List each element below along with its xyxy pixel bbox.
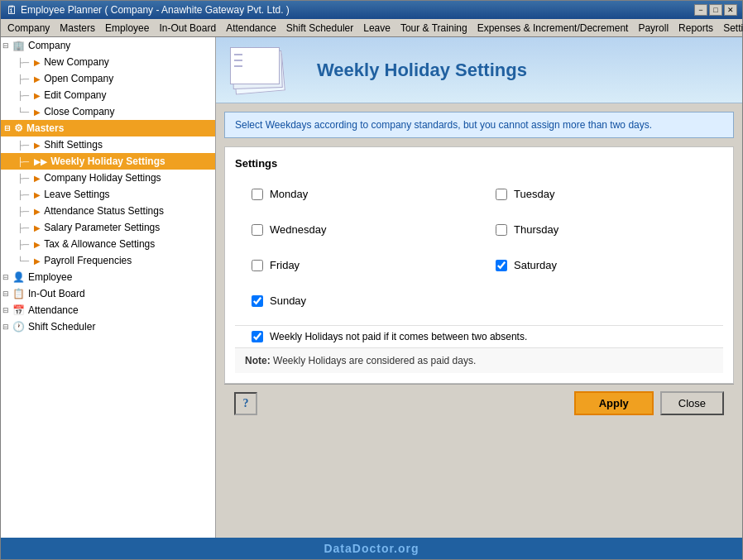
sidebar-root-attendance[interactable]: ⊟ 📅 Attendance — [1, 302, 215, 318]
arrow-icon: ▶ — [34, 256, 41, 266]
status-bar: DataDoctor.org — [1, 538, 742, 559]
sidebar-attendance-label: Attendance — [28, 304, 79, 316]
unpaid-note-row: Weekly Holidays not paid if it comes bet… — [235, 325, 723, 347]
arrow-icon: ▶ — [34, 108, 41, 117]
menu-company[interactable]: Company — [2, 21, 55, 36]
close-window-button[interactable]: ✕ — [724, 4, 737, 16]
checkbox-row-saturday: Saturday — [496, 254, 707, 276]
menu-tour-training[interactable]: Tour & Training — [395, 21, 472, 36]
monday-label[interactable]: Monday — [270, 188, 308, 200]
sidebar-item-salary-parameter-settings[interactable]: ├─ ▶ Salary Parameter Settings — [1, 219, 215, 236]
friday-label[interactable]: Friday — [270, 259, 300, 271]
wednesday-checkbox[interactable] — [252, 224, 263, 236]
arrow-icon: ▶ — [34, 240, 41, 249]
status-text1: Data — [324, 542, 352, 555]
unpaid-note-checkbox[interactable] — [252, 331, 263, 342]
sidebar-label-new-company: New Company — [44, 56, 109, 68]
sidebar-item-edit-company[interactable]: ├─ ▶ Edit Company — [1, 87, 215, 103]
info-box: Select Weekdays according to company sta… — [224, 112, 734, 138]
minimize-button[interactable]: − — [694, 4, 707, 16]
sidebar-item-weekly-holiday-settings[interactable]: ├─ ▶▶ Weekly Holiday Settings — [1, 153, 215, 170]
sidebar-item-tax-allowance-settings[interactable]: ├─ ▶ Tax & Allowance Settings — [1, 236, 215, 252]
apply-button[interactable]: Apply — [574, 391, 654, 415]
sidebar-masters-header[interactable]: ⊟ ⚙ Masters — [1, 120, 215, 136]
app-icon: 🗓 — [6, 3, 17, 17]
masters-icon: ⚙ — [14, 122, 23, 134]
sidebar-root-shift-scheduler[interactable]: ⊟ 🕐 Shift Scheduler — [1, 318, 215, 335]
tuesday-label[interactable]: Tuesday — [514, 188, 554, 200]
sidebar-item-attendance-status-settings[interactable]: ├─ ▶ Attendance Status Settings — [1, 203, 215, 219]
menu-expenses[interactable]: Expenses & Increment/Decrement — [472, 21, 634, 36]
expand-icon: ⊟ — [2, 41, 9, 50]
arrow-icon: ▶ — [34, 223, 41, 232]
note-bold: Note: — [245, 355, 271, 366]
monday-checkbox[interactable] — [252, 189, 263, 200]
sidebar-item-leave-settings[interactable]: ├─ ▶ Leave Settings — [1, 186, 215, 203]
tree-line: ├─ — [17, 157, 29, 166]
sidebar-item-company-holiday-settings[interactable]: ├─ ▶ Company Holiday Settings — [1, 170, 215, 186]
menu-reports[interactable]: Reports — [673, 21, 718, 36]
sidebar-shift-scheduler-label: Shift Scheduler — [28, 321, 95, 333]
tuesday-checkbox[interactable] — [496, 189, 507, 200]
sidebar-item-close-company[interactable]: └─ ▶ Close Company — [1, 103, 215, 120]
menu-leave[interactable]: Leave — [358, 21, 395, 36]
company-icon: 🏢 — [12, 40, 25, 51]
unpaid-note-label[interactable]: Weekly Holidays not paid if it comes bet… — [270, 331, 527, 342]
checkbox-row-sunday: Sunday — [252, 290, 707, 312]
expand-icon: ⊟ — [4, 124, 11, 132]
friday-checkbox[interactable] — [252, 260, 263, 271]
arrow-icon: ▶ — [34, 74, 41, 84]
menu-in-out-board[interactable]: In-Out Board — [154, 21, 221, 36]
menu-settings[interactable]: Settings — [718, 21, 743, 36]
help-button[interactable]: ? — [234, 392, 257, 415]
sidebar-item-open-company[interactable]: ├─ ▶ Open Company — [1, 70, 215, 87]
sidebar-masters-label: Masters — [26, 122, 64, 134]
sidebar-item-new-company[interactable]: ├─ ▶ New Company — [1, 54, 215, 70]
sidebar-company-label: Company — [28, 40, 70, 51]
saturday-label[interactable]: Saturday — [514, 259, 557, 271]
tree-line: ├─ — [17, 207, 29, 216]
sunday-row-container: Sunday — [235, 290, 723, 322]
saturday-checkbox[interactable] — [496, 260, 507, 271]
checkbox-row-wednesday: Wednesday — [252, 218, 463, 241]
sidebar: ⊟ 🏢 Company ├─ ▶ New Company ├─ ▶ Open C… — [1, 37, 216, 538]
sidebar-root-in-out-board[interactable]: ⊟ 📋 In-Out Board — [1, 285, 215, 302]
checkboxes-grid: Monday Tuesday Wednesday — [235, 183, 723, 276]
thursday-label[interactable]: Thursday — [514, 223, 558, 236]
sidebar-label-payroll-frequencies: Payroll Frequencies — [44, 255, 132, 266]
menu-attendance[interactable]: Attendance — [221, 21, 281, 36]
arrow-icon: ▶ — [34, 141, 41, 150]
arrow-icon: ▶ — [34, 207, 41, 216]
tree-line: ├─ — [17, 190, 29, 199]
tree-line: ├─ — [17, 141, 29, 150]
sidebar-label-weekly-holiday: Weekly Holiday Settings — [50, 156, 165, 167]
tree-line: ├─ — [17, 174, 29, 183]
close-button[interactable]: Close — [660, 391, 724, 415]
thursday-checkbox[interactable] — [496, 224, 507, 236]
expand-icon: ⊟ — [2, 273, 9, 281]
menu-masters[interactable]: Masters — [55, 21, 100, 36]
sidebar-root-employee[interactable]: ⊟ 👤 Employee — [1, 269, 215, 285]
shift-scheduler-icon: 🕐 — [12, 321, 25, 333]
employee-icon: 👤 — [12, 271, 25, 283]
sunday-label[interactable]: Sunday — [270, 294, 306, 307]
main-panel: Select Weekdays according to company sta… — [216, 103, 742, 538]
menu-shift-scheduler[interactable]: Shift Scheduler — [281, 21, 358, 36]
sidebar-label-salary-parameter: Salary Parameter Settings — [44, 222, 160, 233]
maximize-button[interactable]: □ — [709, 4, 722, 16]
sidebar-root-company[interactable]: ⊟ 🏢 Company — [1, 37, 215, 54]
sidebar-section-attendance: ⊟ 📅 Attendance — [1, 302, 215, 318]
sidebar-section-company: ⊟ 🏢 Company ├─ ▶ New Company ├─ ▶ Open C… — [1, 37, 215, 120]
menu-employee[interactable]: Employee — [100, 21, 154, 36]
sidebar-item-payroll-frequencies[interactable]: └─ ▶ Payroll Frequencies — [1, 252, 215, 269]
wednesday-label[interactable]: Wednesday — [270, 223, 326, 236]
menu-payroll[interactable]: Payroll — [633, 21, 673, 36]
sidebar-section-in-out-board: ⊟ 📋 In-Out Board — [1, 285, 215, 302]
tree-line: ├─ — [17, 74, 29, 84]
settings-label: Settings — [235, 157, 723, 170]
tree-line: └─ — [17, 108, 29, 117]
title-bar: 🗓 Employee Planner ( Company - Anawhite … — [1, 1, 742, 19]
note-detail: Weekly Holidays are considered as paid d… — [273, 355, 476, 366]
sidebar-item-shift-settings[interactable]: ├─ ▶ Shift Settings — [1, 136, 215, 153]
sunday-checkbox[interactable] — [252, 295, 263, 307]
